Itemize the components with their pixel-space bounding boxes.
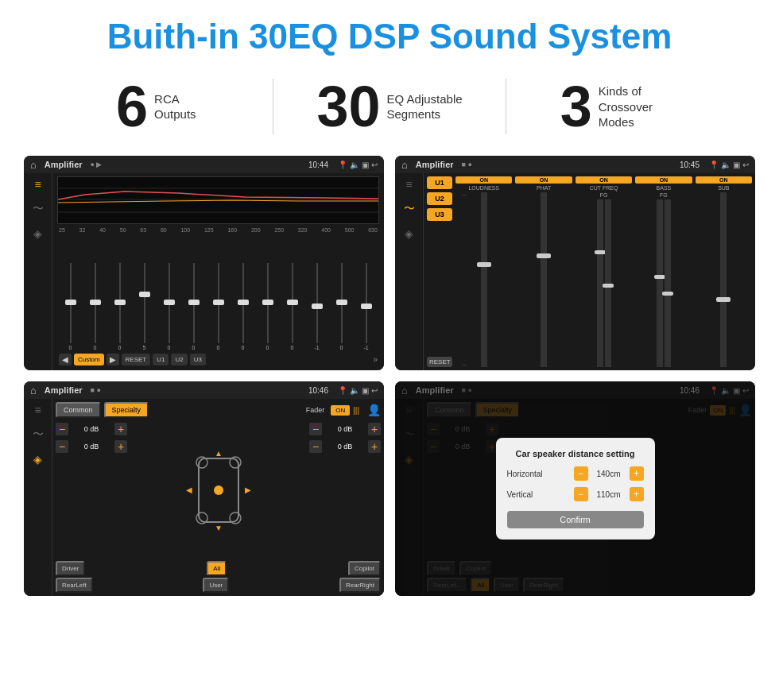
fader-bottom: Driver All Copilot: [56, 561, 381, 576]
sidebar-vol-icon-x[interactable]: ◈: [405, 227, 413, 240]
status-dots-fader: ■ ●: [91, 386, 101, 394]
channel-sub-on[interactable]: ON: [696, 176, 752, 184]
u2-button-crossover[interactable]: U2: [427, 192, 452, 205]
status-bar-eq: ⌂ Amplifier ● ▶ 10:44 📍 🔈 ▣ ↩: [24, 156, 384, 173]
fader-sidebar: ≡ 〜 ◈: [24, 399, 52, 596]
fader-db-row-1: − 0 dB +: [56, 423, 127, 435]
crossover-channels: ON LOUDNESS — —: [455, 176, 752, 367]
fader-minus-1[interactable]: −: [56, 423, 68, 435]
dialog-horizontal-minus[interactable]: −: [574, 466, 588, 481]
confirm-button[interactable]: Confirm: [507, 511, 644, 528]
sidebar-eq-icon-f[interactable]: ≡: [34, 404, 41, 416]
status-dots-crossover: ■ ●: [462, 160, 472, 168]
channel-sub-label: SUB: [718, 185, 729, 191]
expand-icon-eq[interactable]: »: [373, 355, 378, 364]
dialog-vertical-label: Vertical: [507, 490, 569, 499]
fader-db-val-1: 0 dB: [71, 425, 112, 433]
fader-right-panel: − 0 dB + − 0 dB +: [309, 423, 381, 558]
back-icon-eq[interactable]: ↩: [371, 160, 378, 169]
svg-point-8: [214, 485, 223, 495]
screen-crossover: ⌂ Amplifier ■ ● 10:45 📍 🔈 ▣ ↩ ≡ 〜 ◈ U1 U…: [395, 156, 755, 370]
fader-on-button[interactable]: ON: [331, 405, 350, 416]
fader-minus-3[interactable]: −: [309, 423, 322, 435]
sidebar-eq-icon[interactable]: ≡: [34, 178, 41, 191]
channel-sub-slider: [696, 192, 752, 367]
fader-minus-4[interactable]: −: [309, 440, 322, 453]
eq-slider-6: 0: [182, 263, 205, 350]
stat-crossover-label: Kinds ofCrossover Modes: [599, 83, 686, 130]
driver-button[interactable]: Driver: [56, 561, 85, 576]
back-icon-fader[interactable]: ↩: [371, 386, 378, 395]
back-icon-crossover[interactable]: ↩: [742, 160, 749, 169]
eq-chart: [57, 176, 379, 224]
sidebar-wave-icon-x[interactable]: 〜: [404, 202, 415, 216]
dialog-vertical-minus[interactable]: −: [574, 487, 588, 501]
custom-button[interactable]: Custom: [74, 354, 104, 365]
eq-sidebar: ≡ 〜 ◈: [24, 173, 52, 370]
fader-plus-4[interactable]: +: [368, 440, 381, 453]
eq-sliders: 0 0 0 5 0: [57, 234, 379, 350]
crossover-main: U1 U2 U3 RESET ON LOUDNESS —: [424, 173, 755, 370]
fader-plus-3[interactable]: +: [368, 423, 381, 435]
status-bar-fader: ⌂ Amplifier ■ ● 10:46 📍 🔈 ▣ ↩: [24, 381, 384, 399]
all-button[interactable]: All: [207, 561, 227, 576]
fader-person-icon[interactable]: 👤: [367, 404, 381, 416]
eq-slider-1: 0: [59, 263, 82, 350]
reset-button-crossover[interactable]: RESET: [427, 357, 452, 367]
eq-slider-13: -1: [355, 263, 378, 350]
channel-bass: ON BASS F G: [635, 176, 692, 367]
home-icon-crossover[interactable]: ⌂: [401, 159, 408, 171]
dialog-horizontal-row: Horizontal − 140cm +: [507, 466, 644, 481]
location-icon-eq: 📍: [338, 160, 347, 169]
eq-screen-content: ≡ 〜 ◈ 2: [24, 173, 384, 370]
fader-minus-2[interactable]: −: [56, 440, 68, 453]
sidebar-eq-icon-x[interactable]: ≡: [405, 178, 412, 191]
home-icon-eq[interactable]: ⌂: [30, 159, 37, 171]
sidebar-wave-icon[interactable]: 〜: [33, 202, 44, 216]
svg-text:▶: ▶: [245, 485, 251, 494]
u3-button-crossover[interactable]: U3: [427, 208, 452, 221]
reset-button-eq[interactable]: RESET: [122, 354, 151, 365]
channel-cutfreq-on[interactable]: ON: [576, 176, 632, 184]
car-diagram-svg: ▲ ▼ ◀ ▶: [183, 447, 254, 534]
dialog-horizontal-value: 140cm: [593, 470, 625, 478]
u3-button-eq[interactable]: U3: [190, 354, 206, 365]
fader-controls: − 0 dB + − 0 dB +: [56, 423, 381, 558]
channel-loudness-label: LOUDNESS: [468, 185, 499, 191]
sidebar-vol-icon[interactable]: ◈: [33, 227, 42, 240]
fader-bars-icon: |||: [353, 406, 359, 415]
page-title: Buith-in 30EQ DSP Sound System: [0, 0, 779, 64]
stat-divider-2: [506, 79, 506, 134]
eq-next-btn[interactable]: ▶: [107, 354, 119, 365]
u1-button-crossover[interactable]: U1: [427, 176, 452, 189]
eq-slider-4: 5: [133, 263, 156, 350]
home-icon-fader[interactable]: ⌂: [30, 385, 37, 396]
app-name-fader: Amplifier: [45, 385, 83, 395]
fader-plus-2[interactable]: +: [114, 440, 127, 453]
eq-prev-btn[interactable]: ◀: [59, 354, 72, 365]
channel-phat-label: PHAT: [537, 185, 551, 191]
status-time-eq: 10:44: [308, 160, 328, 169]
channel-bass-on[interactable]: ON: [635, 176, 692, 184]
tab-specialty-fader[interactable]: Specialty: [104, 402, 149, 418]
u1-button-eq[interactable]: U1: [153, 354, 169, 365]
status-icons-fader: 📍 🔈 ▣ ↩: [338, 386, 378, 395]
fader-db-row-4: − 0 dB +: [309, 440, 381, 453]
channel-loudness-on[interactable]: ON: [455, 176, 512, 184]
screen-icon-fader: ▣: [362, 386, 369, 395]
copilot-button[interactable]: Copilot: [348, 561, 381, 576]
dialog-horizontal-plus[interactable]: +: [630, 466, 644, 481]
u2-button-eq[interactable]: U2: [171, 354, 187, 365]
dialog-vertical-plus[interactable]: +: [630, 487, 644, 501]
sidebar-wave-icon-f[interactable]: 〜: [33, 427, 44, 442]
svg-text:▲: ▲: [215, 449, 223, 458]
rearright-button[interactable]: RearRight: [339, 578, 381, 593]
stats-row: 6 RCAOutputs 30 EQ AdjustableSegments 3 …: [0, 64, 779, 149]
sidebar-vol-icon-f[interactable]: ◈: [33, 453, 42, 466]
stat-eq: 30 EQ AdjustableSegments: [281, 78, 498, 135]
rearleft-button[interactable]: RearLeft: [56, 578, 93, 593]
channel-phat-on[interactable]: ON: [515, 176, 572, 184]
tab-common-fader[interactable]: Common: [56, 402, 101, 418]
user-button[interactable]: User: [203, 578, 229, 593]
fader-plus-1[interactable]: +: [114, 423, 127, 435]
